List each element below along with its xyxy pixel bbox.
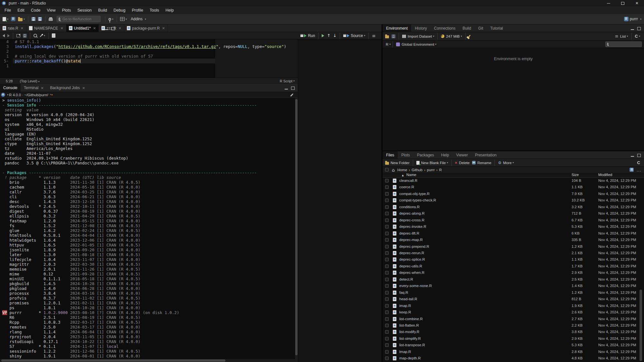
console-tab-background-jobs[interactable]: Background Jobs× — [47, 84, 89, 92]
file-checkbox[interactable] — [385, 350, 389, 354]
file-row-deprec-prepend-r[interactable]: deprec-prepend.R1.2 KBNov 4, 2024, 12:29… — [383, 244, 644, 250]
tab-connections[interactable]: Connections — [431, 24, 459, 32]
chevron-down-icon[interactable]: ▾ — [7, 93, 8, 96]
document-outline-button[interactable]: ≡ — [372, 33, 376, 38]
minimize-pane-icon[interactable] — [631, 29, 634, 30]
language-selector[interactable]: R — [386, 42, 388, 46]
list-view-button[interactable]: ≡ List ▾ — [615, 34, 628, 39]
rerun-button[interactable] — [322, 34, 324, 37]
tab-help[interactable]: Help — [438, 151, 453, 159]
environment-search-box[interactable] — [605, 42, 642, 47]
restore-button[interactable] — [616, 0, 630, 6]
new-file-button[interactable]: ▾ — [3, 17, 8, 21]
file-checkbox[interactable] — [385, 192, 389, 196]
file-row-head-tail-r[interactable]: head-tail.R812 BNov 4, 2024, 12:29 PM — [383, 296, 644, 302]
tab-plots[interactable]: Plots — [398, 151, 413, 159]
minimize-pane-icon[interactable] — [631, 156, 634, 157]
breadcrumb-home[interactable]: Home — [397, 168, 407, 172]
file-row-coerce-r[interactable]: coerce.R1.1 KBNov 4, 2024, 12:29 PM — [383, 184, 644, 190]
files-scrollbar-thumb[interactable] — [639, 290, 642, 361]
file-row-deprec-when-r[interactable]: deprec-when.R2.9 KBNov 4, 2024, 12:29 PM — [383, 270, 644, 276]
file-row-deprec-lift-r[interactable]: deprec-lift.R6 KBNov 4, 2024, 12:29 PM — [383, 230, 644, 237]
popout-button[interactable] — [16, 34, 20, 37]
sort-ascending-icon[interactable]: ▴ — [402, 173, 404, 177]
close-icon[interactable]: × — [21, 26, 24, 30]
run-button[interactable]: Run — [300, 33, 315, 38]
source-button[interactable]: Source ▾ — [343, 33, 365, 38]
file-row-every-some-none-r[interactable]: every-some-none.R1.4 KBNov 4, 2024, 12:2… — [383, 283, 644, 289]
select-all-checkbox[interactable] — [385, 168, 389, 172]
new-project-button[interactable] — [11, 17, 15, 21]
file-row-deprec-splice-r[interactable]: deprec-splice.R1.1 KBNov 4, 2024, 12:29 … — [383, 256, 644, 263]
file-checkbox[interactable] — [385, 179, 389, 182]
environment-selector[interactable]: Global Environment — [402, 42, 434, 46]
back-button[interactable] — [3, 34, 5, 37]
file-row-deprec-rerun-r[interactable]: deprec-rerun.R2.1 KBNov 4, 2024, 12:29 P… — [383, 250, 644, 256]
tab-environment[interactable]: Environment — [383, 24, 411, 32]
file-row-faq-r[interactable]: faq.R1.2 KBNov 4, 2024, 12:29 PM — [383, 290, 644, 296]
delete-button[interactable]: × Delete — [455, 161, 470, 165]
forward-button[interactable] — [7, 34, 10, 37]
file-row-lmap-r[interactable]: lmap.R2.8 KBNov 4, 2024, 12:29 PM — [383, 349, 644, 355]
file-checkbox[interactable] — [385, 258, 389, 261]
file-checkbox[interactable] — [385, 185, 389, 189]
menu-view[interactable]: View — [44, 7, 59, 14]
tab-presentation[interactable]: Presentation — [471, 151, 500, 159]
new-blank-file-button[interactable]: New Blank File ▾ — [416, 161, 448, 165]
menu-help[interactable]: Help — [162, 7, 177, 14]
file-row-deprec-invoke-r[interactable]: deprec-invoke.R5.3 KBNov 4, 2024, 12:29 … — [383, 224, 644, 230]
file-checkbox[interactable] — [385, 212, 389, 215]
file-checkbox[interactable] — [385, 337, 389, 340]
column-header-name[interactable]: Name — [406, 173, 416, 177]
tab-files[interactable]: Files — [383, 151, 398, 159]
file-row-deprec-cross-r[interactable]: deprec-cross.R6.7 KBNov 4, 2024, 12:29 P… — [383, 217, 644, 224]
close-icon[interactable]: × — [162, 26, 165, 30]
save-all-button[interactable] — [38, 17, 42, 21]
file-checkbox[interactable] — [385, 284, 389, 288]
file-checkbox[interactable] — [385, 265, 389, 268]
file-checkbox[interactable] — [385, 245, 389, 248]
pane-layout-button[interactable]: ▾ — [120, 17, 127, 21]
file-checkbox[interactable] — [385, 271, 389, 274]
maximize-pane-icon[interactable] — [291, 87, 295, 90]
import-dataset-button[interactable]: Import Dataset ▾ — [402, 34, 434, 38]
save-workspace-button[interactable] — [392, 34, 395, 38]
pencil-icon[interactable] — [290, 94, 293, 97]
file-row-cleancall-r[interactable]: cleancall.R104 BNov 4, 2024, 12:29 PM — [383, 178, 644, 184]
tab-git[interactable]: Git — [475, 24, 487, 32]
file-checkbox[interactable] — [385, 297, 389, 301]
file-row-list-combine-r[interactable]: list-combine.R2.7 KBNov 4, 2024, 12:29 P… — [383, 316, 644, 322]
console-vertical-scrollbar[interactable] — [295, 98, 298, 359]
file-checkbox[interactable] — [385, 317, 389, 321]
goto-directory-icon[interactable]: ↪ — [50, 93, 53, 97]
console-tab-console[interactable]: Console — [0, 84, 21, 92]
code-editor[interactable]: 43215·1 # S7 0.1.1install.packages("http… — [0, 39, 298, 78]
maximize-pane-icon[interactable] — [637, 154, 641, 157]
file-row-map-depth-r[interactable]: map-depth.R4.8 KBNov 4, 2024, 12:29 PM — [383, 355, 644, 362]
file-checkbox[interactable] — [385, 278, 389, 281]
find-replace-button[interactable] — [33, 34, 37, 37]
file-type-selector[interactable]: R Script▾ — [280, 79, 298, 83]
close-icon[interactable]: × — [41, 86, 43, 90]
minimize-pane-icon[interactable] — [105, 29, 108, 30]
tab-packages[interactable]: Packages — [413, 151, 438, 159]
goto-file-function-input[interactable] — [62, 17, 99, 21]
file-row-deprec-along-r[interactable]: deprec-along.R712 BNov 4, 2024, 12:29 PM — [383, 210, 644, 217]
maximize-pane-icon[interactable] — [637, 27, 641, 30]
file-checkbox[interactable] — [385, 357, 389, 360]
run-next-button[interactable]: ↓ — [333, 33, 336, 38]
file-checkbox[interactable] — [385, 291, 389, 294]
menu-code[interactable]: Code — [28, 7, 44, 14]
menu-edit[interactable]: Edit — [14, 7, 28, 14]
column-header-size[interactable]: Size — [572, 173, 579, 177]
breadcrumb-r[interactable]: R — [439, 168, 442, 172]
editor-tab-untitled1[interactable]: Untitled1*× — [66, 24, 99, 32]
clear-workspace-button[interactable] — [469, 35, 470, 38]
home-icon[interactable]: ⌂ — [392, 168, 395, 172]
tab-viewer[interactable]: Viewer — [452, 151, 471, 159]
close-icon[interactable]: × — [93, 26, 96, 30]
menu-debug[interactable]: Debug — [110, 7, 129, 14]
file-checkbox[interactable] — [385, 343, 389, 347]
environment-search-input[interactable] — [610, 42, 640, 47]
version-control-button[interactable]: ▾ — [109, 17, 113, 21]
